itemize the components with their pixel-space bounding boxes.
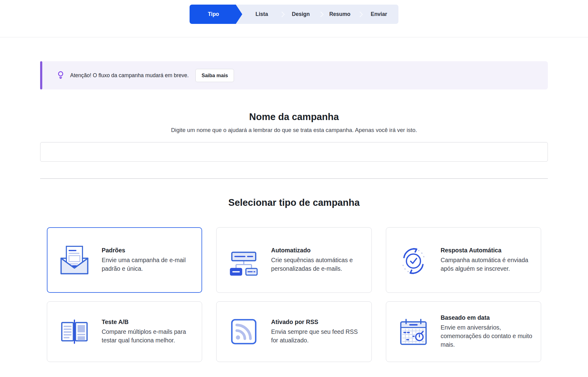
card-description: Envia sempre que seu feed RSS for atuali… bbox=[271, 328, 364, 345]
card-title: Teste A/B bbox=[102, 319, 194, 326]
sync-check-icon bbox=[397, 243, 430, 277]
card-description: Crie sequências automáticas e personaliz… bbox=[271, 256, 364, 273]
split-document-icon bbox=[58, 315, 91, 349]
campaign-name-subtitle: Digite um nome que o ajudará a lembrar d… bbox=[40, 127, 548, 134]
learn-more-button[interactable]: Saiba mais bbox=[195, 69, 234, 82]
card-title: Padrões bbox=[102, 247, 194, 254]
notice-banner: Atenção! O fluxo da campanha mudará em b… bbox=[40, 61, 548, 89]
card-ativado-por-rss[interactable]: Ativado por RSS Envia sempre que seu fee… bbox=[216, 301, 371, 362]
card-teste-ab[interactable]: Teste A/B Compare múltiplos e-mails para… bbox=[47, 301, 202, 362]
banner-message: Atenção! O fluxo da campanha mudará em b… bbox=[70, 72, 189, 79]
open-envelope-icon bbox=[58, 243, 91, 277]
campaign-type-title: Selecionar tipo de campanha bbox=[40, 197, 548, 208]
card-title: Baseado em data bbox=[441, 314, 533, 321]
step-tab-resumo[interactable]: Resumo bbox=[320, 5, 360, 24]
campaign-name-input[interactable] bbox=[40, 142, 548, 162]
card-description: Campanha automática é enviada após algué… bbox=[441, 256, 533, 273]
banner-accent-bar bbox=[40, 61, 42, 89]
card-baseado-em-data[interactable]: Baseado em data Envie em aniversários, c… bbox=[386, 301, 541, 362]
campaign-type-grid: Padrões Envie uma campanha de e-mail pad… bbox=[40, 227, 548, 362]
card-resposta-automatica[interactable]: Resposta Automática Campanha automática … bbox=[386, 227, 541, 293]
flowchart-icon bbox=[227, 243, 261, 277]
campaign-name-title: Nome da campanha bbox=[40, 111, 548, 123]
card-description: Envie em aniversários, comemorações do c… bbox=[441, 323, 533, 349]
card-automatizado[interactable]: Automatizado Crie sequências automáticas… bbox=[216, 227, 371, 293]
card-title: Ativado por RSS bbox=[271, 319, 364, 326]
rss-icon bbox=[227, 315, 261, 349]
lightbulb-icon bbox=[56, 70, 65, 81]
wizard-header: Tipo Lista Design Resumo Enviar bbox=[0, 5, 588, 37]
section-divider bbox=[40, 178, 548, 179]
page-content: Atenção! O fluxo da campanha mudará em b… bbox=[40, 61, 548, 362]
step-tab-enviar[interactable]: Enviar bbox=[360, 5, 399, 24]
card-title: Resposta Automática bbox=[441, 247, 533, 254]
calendar-clock-icon bbox=[397, 315, 430, 349]
card-padroes[interactable]: Padrões Envie uma campanha de e-mail pad… bbox=[47, 227, 202, 293]
card-description: Envie uma campanha de e-mail padrão e ún… bbox=[102, 256, 194, 273]
step-tab-design[interactable]: Design bbox=[281, 5, 321, 24]
step-tab-lista[interactable]: Lista bbox=[242, 5, 281, 24]
step-tab-tipo[interactable]: Tipo bbox=[190, 5, 242, 24]
campaign-stepper: Tipo Lista Design Resumo Enviar bbox=[190, 5, 398, 24]
card-title: Automatizado bbox=[271, 247, 364, 254]
card-description: Compare múltiplos e-mails para testar qu… bbox=[102, 328, 194, 345]
